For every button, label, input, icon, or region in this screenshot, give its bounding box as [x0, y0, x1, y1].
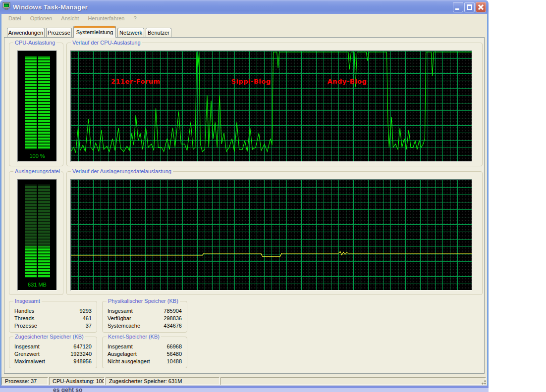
cpu-history-group: Verlauf der CPU-Auslastung 211er-Forum S… — [66, 43, 483, 166]
stat-label: Insgesamt — [14, 343, 40, 350]
window-title: Windows Task-Manager — [13, 3, 88, 11]
graph-annotation-1: 211er-Forum — [111, 78, 161, 85]
stat-label: Ausgelagert — [108, 350, 137, 358]
cpu-history-caption: Verlauf der CPU-Auslastung — [71, 40, 142, 46]
stat-value: 56480 — [166, 350, 182, 358]
stat-value: 298836 — [164, 315, 182, 322]
menu-bar: Datei Optionen Ansicht Herunterfahren ? — [1, 14, 487, 23]
commit-charge-group: Zugesicherter Speicher (KB) Insgesamt647… — [9, 337, 97, 368]
stat-label: Threads — [14, 315, 34, 322]
stat-value: 10488 — [166, 358, 182, 365]
stat-value: 434676 — [164, 322, 182, 330]
status-filler — [220, 377, 486, 385]
stat-value: 948956 — [73, 358, 92, 365]
status-commit-charge: Zugesicherter Speicher: 631M — [106, 377, 219, 385]
pagefile-history-graph — [70, 179, 472, 291]
commit-charge-caption: Zugesicherter Speicher (KB) — [13, 334, 85, 340]
stat-label: Verfügbar — [108, 315, 131, 322]
cpu-gauge-value: 100 % — [18, 153, 56, 159]
menu-herunterfahren[interactable]: Herunterfahren — [83, 14, 129, 22]
resize-grip-icon[interactable] — [480, 379, 487, 385]
stat-value: 647120 — [73, 343, 92, 350]
kernel-memory-group: Kernel-Speicher (KB) Insgesamt66968 Ausg… — [102, 337, 187, 368]
pagefile-gauge-caption: Auslagerungsdatei — [13, 168, 61, 174]
physical-memory-group: Physikalischer Speicher (KB) Insgesamt78… — [102, 301, 187, 333]
cpu-gauge-caption: CPU-Auslastung — [13, 40, 56, 46]
menu-optionen[interactable]: Optionen — [26, 14, 57, 22]
stat-label: Nicht ausgelagert — [108, 358, 150, 365]
tab-prozesse[interactable]: Prozesse — [46, 28, 72, 38]
stat-value: 785904 — [164, 307, 182, 315]
maximize-icon[interactable] — [464, 2, 475, 12]
physical-memory-caption: Physikalischer Speicher (KB) — [107, 298, 180, 304]
stat-value: 461 — [83, 315, 92, 322]
graph-annotation-2: Sippi-Blog — [231, 78, 271, 85]
pagefile-gauge-group: Auslagerungsdatei 631 MB — [9, 171, 63, 295]
status-cpu-usage: CPU-Auslastung: 100% — [49, 377, 105, 385]
stat-label: Handles — [14, 307, 34, 315]
stat-label: Systemcache — [108, 322, 140, 330]
pagefile-gauge-value: 631 MB — [18, 282, 56, 288]
menu-ansicht[interactable]: Ansicht — [56, 14, 83, 22]
status-processes: Prozesse: 37 — [1, 377, 48, 385]
cpu-gauge: 100 % — [17, 50, 57, 162]
stat-label: Insgesamt — [108, 343, 133, 350]
stat-label: Prozesse — [14, 322, 37, 330]
totals-group: Insgesamt Handles9293 Threads461 Prozess… — [9, 301, 97, 333]
stat-value: 9293 — [80, 307, 92, 315]
title-bar[interactable]: Windows Task-Manager — [0, 0, 489, 14]
tab-benutzer[interactable]: Benutzer — [146, 28, 171, 38]
tab-netzwerk[interactable]: Netzwerk — [117, 28, 144, 38]
app-icon — [2, 2, 10, 12]
close-icon[interactable] — [476, 2, 486, 12]
menu-datei[interactable]: Datei — [4, 14, 26, 22]
cpu-gauge-group: CPU-Auslastung 100 % — [9, 43, 63, 166]
menu-hilfe[interactable]: ? — [129, 14, 141, 22]
status-bar: Prozesse: 37 CPU-Auslastung: 100% Zugesi… — [1, 377, 487, 386]
tab-systemleistung[interactable]: Systemleistung — [73, 26, 116, 38]
background-window-text: es geht so — [53, 387, 82, 392]
stat-value: 1923240 — [70, 350, 92, 358]
pagefile-gauge: 631 MB — [17, 179, 57, 291]
stat-value: 66968 — [166, 343, 182, 350]
pagefile-history-caption: Verlauf der Auslagerungsdateiauslastung — [71, 168, 173, 174]
task-manager-window: Windows Task-Manager Datei Optionen Ansi… — [0, 0, 489, 387]
stat-label: Grenzwert — [14, 350, 40, 358]
background-window-sliver: es geht so — [0, 386, 489, 392]
kernel-memory-caption: Kernel-Speicher (KB) — [107, 334, 161, 340]
stat-label: Maximalwert — [14, 358, 45, 365]
graph-annotation-3: Andy-Blog — [328, 78, 367, 85]
minimize-icon[interactable] — [453, 2, 463, 12]
totals-caption: Insgesamt — [13, 298, 42, 304]
pagefile-history-group: Verlauf der Auslagerungsdateiauslastung — [66, 171, 483, 295]
stat-value: 37 — [86, 322, 92, 330]
tab-anwendungen[interactable]: Anwendungen — [7, 28, 45, 38]
desktop-screen: Windows Task-Manager Datei Optionen Ansi… — [0, 0, 546, 392]
cpu-history-graph: 211er-Forum Sippi-Blog Andy-Blog — [70, 50, 472, 162]
stat-label: Insgesamt — [108, 307, 133, 315]
